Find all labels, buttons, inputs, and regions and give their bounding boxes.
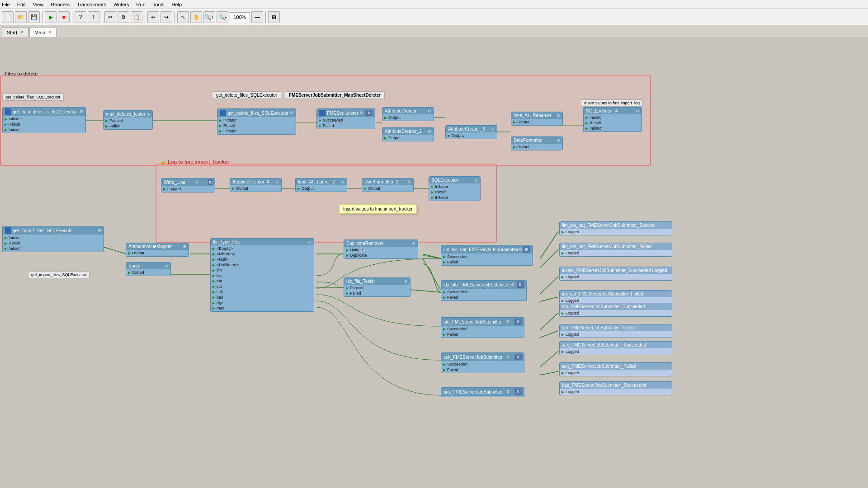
redo-button[interactable]: ↪ [160, 11, 172, 23]
node-get-delete-files-sql[interactable]: get_delete_files_SQLExecutor ⚙ ▶Initiato… [217, 108, 296, 135]
tab-start[interactable]: Start ✕ [2, 27, 28, 37]
pan-button[interactable]: ✋ [190, 11, 202, 23]
node-ift-gear[interactable]: ⚙ [404, 279, 408, 284]
node-bas-gear[interactable]: ⚙ [506, 389, 510, 394]
node-get-delete-sql-gear[interactable]: ⚙ [290, 111, 293, 115]
port-imp-result: Result [9, 241, 20, 245]
menu-writers[interactable]: Writers [113, 2, 129, 7]
menu-help[interactable]: Help [171, 2, 182, 7]
zoom-out-button[interactable]: 🔍- [217, 11, 228, 23]
menu-tools[interactable]: Tools [153, 2, 165, 7]
canvas: Files to delete 🔒 Log to fme.import_trac… [0, 37, 868, 488]
cut-button[interactable]: ✂ [104, 11, 116, 23]
node-write-ne[interactable]: Write_...ne ⚙ ≡ ▶Logged [161, 178, 215, 192]
node-sto-fme[interactable]: sto_FMEServerJobSubmitter ⚙ 🖥 ▶Succeeded… [441, 317, 524, 338]
zoom-fit-button[interactable]: — [251, 11, 263, 23]
node-lim-los-nat-fme[interactable]: lim_los_nat_FMEServerJobSubmitter ⚙ 🖥 ▶S… [441, 245, 533, 266]
node-dr-gear[interactable]: ⚙ [412, 241, 415, 246]
menu-run[interactable]: Run [137, 2, 146, 7]
node-get-import-files-sql[interactable]: get_import_files_SQLExecutor ⚙ ▶Initiato… [2, 226, 104, 252]
node-write-ne-gear[interactable]: ⚙ [195, 180, 198, 184]
node-sql-tracker-gear[interactable]: ⚙ [474, 178, 478, 183]
node-get-num-delet-gear[interactable]: ⚙ [80, 109, 83, 114]
node-lln-gear[interactable]: ⚙ [519, 247, 522, 252]
lln-icon[interactable]: 🖥 [523, 246, 530, 253]
bas-icon[interactable]: 🖥 [514, 389, 522, 395]
node-idx-file-tester[interactable]: idx_file_Tester ⚙ ▶Passed ▶Failed [344, 277, 410, 297]
open-button[interactable]: 📂 [15, 11, 27, 23]
node-sorter[interactable]: Sorter ⚙ ▶Sorted [126, 262, 171, 276]
undo-button[interactable]: ↩ [147, 11, 159, 23]
write-ne-list-icon[interactable]: ≡ [208, 179, 212, 185]
menu-file[interactable]: File [2, 2, 10, 7]
node-duplicate-remover[interactable]: DuplicateRemover ⚙ ▶Unique ▶Duplicate [344, 239, 418, 259]
node-idx-sto-fme[interactable]: idx_sto_FMEServerJobSubmitter ⚙ 🖥 ▶Succe… [441, 280, 527, 301]
menu-edit[interactable]: Edit [17, 2, 26, 7]
node-fme-ser-eleter[interactable]: FMESer...eleter ⚙ 🖥 ▶Succeeded ▶Failed [316, 108, 375, 129]
menu-view[interactable]: View [33, 2, 44, 7]
sep1 [42, 12, 42, 23]
zoom-in-button[interactable]: 🔍+ [203, 11, 215, 23]
node-attr-creator-4[interactable]: AttributeCreator_4 ⚙ ▶Output [230, 178, 282, 192]
node-attr-creator-2-gear[interactable]: ⚙ [428, 129, 431, 134]
node-attr-creator[interactable]: AttributeCreator ⚙ ▶Output [382, 107, 434, 121]
node-max-deletes-gear[interactable]: ⚙ [146, 112, 150, 117]
port-sql4-initiator: Initiator [590, 115, 603, 120]
tab-main-close[interactable]: ✕ [48, 30, 52, 35]
node-idx-sto-gear[interactable]: ⚙ [511, 282, 514, 287]
node-sek-fme[interactable]: sek_FMEServerJobSubmitter ⚙ 🖥 ▶Succeeded… [441, 352, 524, 373]
node-sek-gear[interactable]: ⚙ [506, 355, 510, 359]
node-ac4-gear[interactable]: ⚙ [275, 180, 279, 184]
node-max-deletes-tester[interactable]: max_deletes_tester ⚙ ▶Passed ▶Failed [103, 110, 153, 130]
new-button[interactable]: 📄 [2, 11, 14, 23]
node-date-formatter-gear[interactable]: ⚙ [557, 138, 560, 143]
node-import-sql-gear[interactable]: ⚙ [98, 228, 101, 233]
help-button[interactable]: ? [75, 11, 86, 23]
node-get-num-delet[interactable]: get_num_delet...s_SQLExecutor ⚙ ▶Initiat… [2, 107, 86, 133]
select-button[interactable]: ↖ [177, 11, 189, 23]
sek-icon[interactable]: 🖥 [514, 354, 522, 360]
node-time-at-renamer[interactable]: time_At...Renamer ⚙ ▶Output [511, 112, 563, 126]
node-date-formatter-2[interactable]: DateFormatter_2 ⚙ ▶Output [362, 178, 414, 192]
port-sto-succ-logged: Logged [566, 311, 579, 315]
node-time-at-namer-2[interactable]: time_At...namer_2 ⚙ ▶Output [295, 178, 347, 192]
node-attr-value-mapper[interactable]: AttributeValueMapper ⚙ ▶Output [126, 243, 189, 257]
tab-main[interactable]: Main ✕ [29, 27, 57, 37]
save-button[interactable]: 💾 [28, 11, 40, 23]
paste-button[interactable]: 📋 [131, 11, 142, 23]
port-lln-fail-logged: Logged [566, 251, 579, 255]
prompt-button[interactable]: ! [88, 11, 99, 23]
port-ftf-dgn: dgn [217, 300, 223, 305]
node-df2-gear[interactable]: ⚙ [407, 180, 411, 184]
node-attr-creator-2[interactable]: AttributeCreator_2 ⚙ ▶Output [382, 127, 434, 141]
node-time-at-gear[interactable]: ⚙ [557, 113, 560, 118]
node-time-at-2-gear[interactable]: ⚙ [341, 180, 344, 184]
node-attr-creator-3-gear[interactable]: ⚙ [491, 127, 495, 131]
node-sql4-gear[interactable]: ⚙ [636, 109, 639, 113]
node-file-type-filter[interactable]: file_type_filter ⚙ ▶<Empty> ▶<Missing> ▶… [210, 238, 314, 312]
node-fme-eleter-gear[interactable]: ⚙ [359, 111, 363, 115]
fme-eleter-icon[interactable]: 🖥 [365, 110, 373, 116]
node-sql-executor-4[interactable]: SQLExecutor_4 ⚙ ▶Initiator ▶Result ▶Init… [583, 107, 642, 132]
menu-readers[interactable]: Readers [51, 2, 70, 7]
node-date-formatter[interactable]: DateFormatter ⚙ ▶Output [511, 136, 563, 150]
zoom-level-input[interactable] [230, 12, 250, 22]
sto-icon[interactable]: 🖥 [514, 319, 522, 325]
node-attr-creator-3[interactable]: AttributeCreator_3 ⚙ ▶Output [445, 125, 497, 139]
node-sto-gear[interactable]: ⚙ [506, 319, 509, 324]
node-avm-gear[interactable]: ⚙ [183, 244, 186, 249]
idx-sto-icon[interactable]: 🖥 [517, 282, 524, 288]
tab-start-close[interactable]: ✕ [20, 30, 24, 35]
node-ftf-gear[interactable]: ⚙ [308, 240, 311, 244]
node-attr-creator-gear[interactable]: ⚙ [428, 109, 431, 113]
copy-button[interactable]: ⧉ [118, 11, 129, 23]
add-bookmark-button[interactable]: ⊞ [268, 11, 280, 23]
node-sql-executor-tracker[interactable]: SQLExecutor ⚙ ▶Initiator ▶Result ▶Initia… [429, 176, 481, 201]
run-button[interactable]: ▶ [45, 11, 57, 23]
tabs: Start ✕ Main ✕ [0, 25, 868, 37]
node-bas-fme[interactable]: bas_FMEServerJobSubmitter ⚙ 🖥 [441, 387, 524, 397]
stop-button[interactable]: ■ [58, 11, 70, 23]
node-sorter-gear[interactable]: ⚙ [165, 264, 168, 268]
menu-transformers[interactable]: Transformers [77, 2, 106, 7]
node-time-at-title: time_At...Renamer [514, 113, 551, 118]
